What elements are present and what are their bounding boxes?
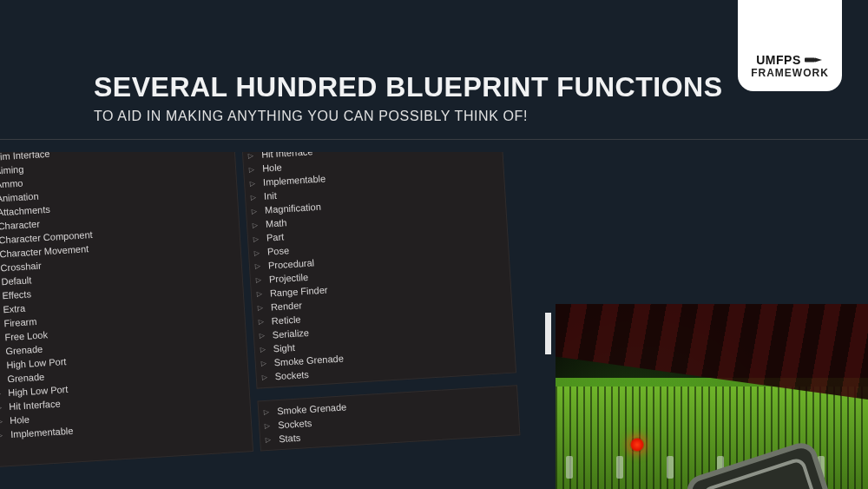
category-label: Attachments xyxy=(0,204,50,218)
expand-icon: ▷ xyxy=(260,331,269,340)
category-label: Animation xyxy=(0,191,39,204)
expand-icon: ▷ xyxy=(0,417,6,426)
expand-icon: ▷ xyxy=(253,234,263,242)
expand-icon: ▷ xyxy=(248,152,258,159)
weapon-viewmodel xyxy=(634,406,868,489)
category-label: Serialize xyxy=(272,327,309,340)
category-label: Hit Interface xyxy=(9,398,61,412)
category-label: Grenade xyxy=(7,372,44,385)
headline: SEVERAL HUNDRED BLUEPRINT FUNCTIONS TO A… xyxy=(94,71,833,124)
expand-icon: ▷ xyxy=(256,275,266,284)
expand-icon: ▷ xyxy=(0,361,3,370)
category-label: Aiming xyxy=(0,164,24,176)
expand-icon: ▷ xyxy=(262,373,272,381)
category-label: Procedural xyxy=(268,257,315,270)
expand-icon: ▷ xyxy=(0,375,3,384)
content-area: ▷Aim Interface▷Aiming▷Ammo▷Animation▷Att… xyxy=(0,152,868,489)
svg-rect-1 xyxy=(687,442,848,489)
category-label: Crosshair xyxy=(0,261,42,274)
category-label: Default xyxy=(1,274,32,287)
category-label: Math xyxy=(266,217,287,228)
expand-icon: ▷ xyxy=(251,193,260,202)
svg-rect-0 xyxy=(805,58,815,63)
expand-icon: ▷ xyxy=(260,345,270,354)
category-label: Character xyxy=(0,219,40,232)
category-label: Render xyxy=(271,300,303,312)
expand-icon: ▷ xyxy=(0,431,7,439)
expand-icon: ▷ xyxy=(266,435,275,444)
function-category-list-3: ▷Smoke Grenade▷Sockets▷Stats xyxy=(257,385,520,451)
function-category-list-1: ▷Aim Interface▷Aiming▷Ammo▷Animation▷Att… xyxy=(0,152,253,467)
category-label: Extra xyxy=(3,303,25,315)
expand-icon: ▷ xyxy=(265,421,274,430)
expand-icon: ▷ xyxy=(257,289,266,298)
category-label: Part xyxy=(266,231,285,242)
category-label: Hole xyxy=(10,414,30,426)
category-label: Pose xyxy=(267,245,290,257)
category-label: Sockets xyxy=(278,418,312,430)
category-label: Free Look xyxy=(4,329,48,342)
category-label: Implementable xyxy=(10,426,74,439)
logo-line1: UMFPS xyxy=(756,53,801,67)
expand-icon: ▷ xyxy=(0,347,2,356)
expand-icon: ▷ xyxy=(252,206,261,215)
expand-icon: ▷ xyxy=(261,359,271,367)
divider xyxy=(0,139,868,140)
expand-icon: ▷ xyxy=(250,179,260,188)
game-preview xyxy=(556,304,868,489)
function-category-list-2: ▷High Low Port▷Hit Interface▷Hole▷Implem… xyxy=(240,152,516,389)
bullet-icon xyxy=(805,56,824,63)
expand-icon: ▷ xyxy=(0,389,4,398)
category-label: Sight xyxy=(273,342,295,354)
category-label: Grenade xyxy=(5,344,43,357)
category-label: Projectile xyxy=(269,272,309,285)
expand-icon: ▷ xyxy=(255,261,265,270)
category-label: Hole xyxy=(262,162,282,173)
category-label: Init xyxy=(264,190,277,202)
expand-icon: ▷ xyxy=(258,303,267,312)
expand-icon: ▷ xyxy=(254,248,264,256)
scrollbar-thumb[interactable] xyxy=(545,313,551,354)
category-label: Reticle xyxy=(272,314,301,326)
expand-icon: ▷ xyxy=(259,317,268,326)
category-label: Effects xyxy=(2,288,31,301)
category-label: Firearm xyxy=(3,316,37,328)
page-title: SEVERAL HUNDRED BLUEPRINT FUNCTIONS xyxy=(94,71,833,103)
expand-icon: ▷ xyxy=(0,334,1,342)
expand-icon: ▷ xyxy=(249,165,259,174)
expand-icon: ▷ xyxy=(264,407,273,416)
category-label: Stats xyxy=(279,433,301,445)
category-label: Sockets xyxy=(274,369,309,381)
category-label: Ammo xyxy=(0,178,23,190)
expand-icon: ▷ xyxy=(253,220,262,228)
expand-icon: ▷ xyxy=(0,403,5,412)
page-subtitle: TO AID IN MAKING ANYTHING YOU CAN POSSIB… xyxy=(94,109,833,124)
